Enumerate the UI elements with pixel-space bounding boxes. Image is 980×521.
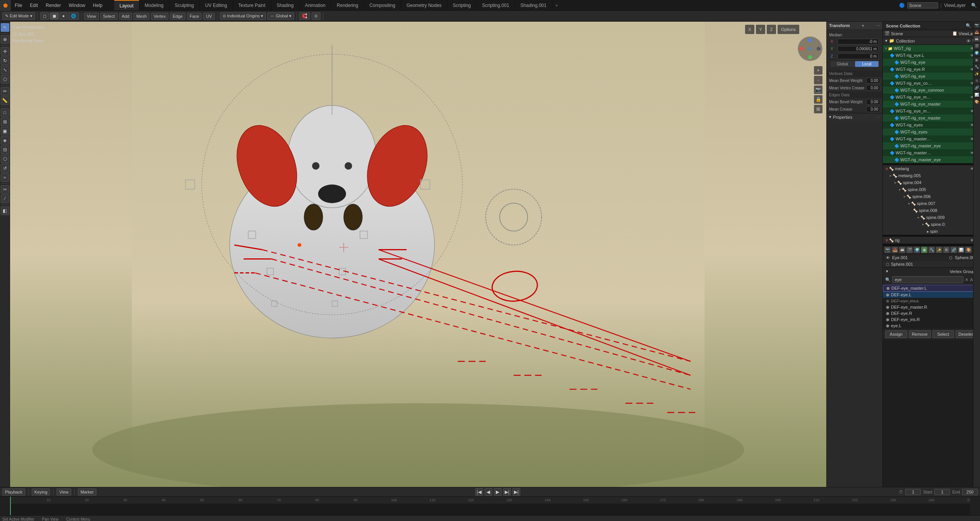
transform-options-icon[interactable]: ⋯	[876, 24, 880, 28]
menu-render[interactable]: Render	[42, 0, 65, 10]
mbw-vertex-value[interactable]: 0.00	[866, 78, 880, 84]
tree-wgt-common-sub[interactable]: 🔷 WGT-rig_eye_common	[883, 87, 980, 94]
mc-value[interactable]: 0.00	[866, 106, 880, 112]
sphere-mesh-label[interactable]: Sphere.001	[891, 262, 913, 266]
vg-search-input[interactable]	[892, 276, 963, 283]
smooth-btn[interactable]: ≈	[1, 173, 9, 182]
wireframe-btn[interactable]: ◻	[40, 12, 49, 20]
tree-wgt-rig[interactable]: ▾ 📁 WGT_rig 👁 📷	[883, 45, 980, 52]
vg-item-def-eye-l[interactable]: ⬢ DEF-eye.L ⚙	[883, 292, 980, 298]
proportional-btn[interactable]: ⊙	[312, 12, 320, 20]
tree-spine-009[interactable]: ▸ 🦴 spine.009	[883, 214, 980, 221]
material-properties-icon[interactable]: 🎨	[965, 247, 971, 253]
tab-compositing[interactable]: Compositing	[364, 0, 401, 10]
tree-wgt-eye-r[interactable]: 🔷 WGT-rig_eye.R 👁 📷	[883, 66, 980, 73]
viewport-3d[interactable]: User Perspective (1) Eye.001 Rendering D…	[10, 22, 826, 487]
vert-tab-output[interactable]: 📤	[973, 29, 980, 36]
view-menu-btn[interactable]: View	[84, 13, 99, 20]
tree-master-r[interactable]: 🔷 WGT-rig_eye_master.R 👁 📷	[883, 108, 980, 114]
mbw-edge-value[interactable]: 0.00	[866, 99, 880, 105]
tree-spine-004[interactable]: ▸ 🦴 spine.004	[883, 179, 980, 186]
playback-menu-btn[interactable]: Playback	[2, 489, 25, 495]
add-menu-btn[interactable]: Add	[119, 13, 132, 20]
spin-btn[interactable]: ↺	[1, 164, 9, 173]
end-frame-input[interactable]	[962, 489, 978, 495]
bevel-btn[interactable]: ◈	[1, 136, 9, 145]
collection-row[interactable]: ▾ 📁 Collection 👁 📷	[883, 37, 980, 45]
select-menu-btn[interactable]: Select	[100, 13, 118, 20]
tree-master-eye-l-sub[interactable]: 🔷 WGT-rig_master_eye	[883, 142, 980, 149]
vert-tab-render[interactable]: 📷	[973, 22, 980, 29]
add-workspace-btn[interactable]: +	[552, 0, 561, 10]
vert-tab-particles[interactable]: ✨	[973, 70, 980, 77]
tree-master-eye-l[interactable]: 🔷 WGT-rig_master_eye.L 👁 📷	[883, 135, 980, 142]
scale-tool-btn[interactable]: ⤡	[1, 66, 9, 74]
select-btn[interactable]: Select	[932, 330, 954, 338]
vg-item-def-eye-r[interactable]: ⬢ DEF-eye.R ⚙	[883, 310, 980, 316]
properties-header[interactable]: ▾ Properties ⋯	[827, 113, 882, 121]
tree-rig[interactable]: ✕ 🦴 rig 👁 📷	[883, 237, 980, 244]
vg-item-def-eye-iris-r[interactable]: ⬢ DEF-eye_iris.R ⚙	[883, 316, 980, 323]
axis-z-btn[interactable]: Z	[767, 25, 776, 34]
pivot-dropdown[interactable]: ⊙ Individual Origins ▾	[220, 12, 266, 20]
select-tool-btn[interactable]: ↖	[1, 23, 9, 32]
particles-properties-icon[interactable]: ✨	[936, 247, 942, 253]
extrude-btn[interactable]: ⊞	[1, 118, 9, 126]
timeline-playhead[interactable]	[10, 497, 11, 504]
uv-menu-btn[interactable]: UV	[203, 13, 214, 20]
vg-item-def-eye-iris-l[interactable]: ⬢ DEF-eye_iris.L ⚙	[883, 298, 980, 304]
tab-rendering[interactable]: Rendering	[331, 0, 364, 10]
measure-tool-btn[interactable]: 📏	[1, 96, 9, 105]
tab-scripting-001[interactable]: Scripting.001	[477, 0, 515, 10]
vg-item-def-eye-master-l[interactable]: ⬢ DEF-eye_master.L ⚙	[883, 285, 980, 292]
vert-tab-material[interactable]: 🎨	[973, 98, 980, 105]
add-cube-btn[interactable]: □	[1, 108, 9, 117]
tab-sculpting[interactable]: Sculpting	[170, 0, 200, 10]
tree-master-r-sub[interactable]: 🔷 WGT-rig_eye_master	[883, 114, 980, 121]
remove-btn[interactable]: Remove	[909, 330, 931, 338]
current-frame-input[interactable]	[905, 489, 921, 495]
tree-master-eye-r[interactable]: 🔷 WGT-rig_master_eye.R 👁 📷	[883, 149, 980, 156]
snap-btn[interactable]: 🧲	[299, 12, 310, 20]
eye-icon[interactable]: 👁	[966, 39, 971, 43]
world-properties-icon[interactable]: 🌍	[914, 247, 920, 253]
mvc-value[interactable]: 0.00	[866, 85, 880, 91]
camera-btn[interactable]: 📷	[814, 85, 822, 94]
tree-eyes[interactable]: 🔷 WGT-rig_eyes 👁 📷	[883, 121, 980, 128]
vg-item-def-eye-master-r[interactable]: ⬢ DEF-eye_master.R ⚙	[883, 304, 980, 310]
tab-uv-editing[interactable]: UV Editing	[200, 0, 233, 10]
local-btn[interactable]: Local	[855, 61, 879, 67]
axis-y-btn[interactable]: Y	[756, 25, 765, 34]
tree-metarig-header[interactable]: ✕ 🦴 metarig 👁 📷	[883, 165, 980, 172]
vg-item-eye-l[interactable]: ⬢ eye.L ⚙	[883, 323, 980, 329]
tab-texture-paint[interactable]: Texture Paint	[233, 0, 271, 10]
view-gizmo[interactable]: X Y Z	[798, 36, 822, 61]
vert-tab-scene[interactable]: 🎬	[973, 43, 980, 50]
start-frame-input[interactable]	[934, 489, 950, 495]
output-properties-icon[interactable]: 📤	[892, 247, 898, 253]
tree-master-eye-r-sub[interactable]: 🔷 WGT-rig_master_eye	[883, 156, 980, 163]
edge-menu-btn[interactable]: Edge	[170, 13, 185, 20]
vertex-groups-header[interactable]: ▾ Vertex Groups	[883, 268, 980, 275]
vert-tab-active[interactable]: 🏔	[973, 36, 980, 43]
vert-tab-constraints[interactable]: 🔗	[973, 84, 980, 91]
tree-eyes-sub[interactable]: 🔷 WGT-rig_eyes	[883, 128, 980, 135]
vert-tab-physics[interactable]: ⚙	[973, 77, 980, 84]
modifier-properties-icon[interactable]: 🔧	[929, 247, 935, 253]
play-btn[interactable]: ▶	[494, 488, 502, 496]
axis-x-btn[interactable]: X	[745, 25, 754, 34]
vertex-menu-btn[interactable]: Vertex	[151, 13, 168, 20]
tab-shading[interactable]: Shading	[271, 0, 300, 10]
vert-tab-object[interactable]: ▣	[973, 56, 980, 63]
options-btn[interactable]: Options	[778, 25, 799, 34]
move-tool-btn[interactable]: ✛	[1, 47, 9, 56]
tab-shading-001[interactable]: Shading.001	[515, 0, 552, 10]
filter-icon[interactable]: 🔍	[966, 23, 971, 28]
frame-all-btn[interactable]: ⊞	[814, 105, 822, 113]
lock-view-btn[interactable]: 🔒	[814, 95, 822, 104]
data-properties-icon[interactable]: 📊	[958, 247, 964, 253]
rotate-tool-btn[interactable]: ↻	[1, 56, 9, 65]
tree-spine-005[interactable]: ▸ 🦴 spine.005	[883, 186, 980, 193]
tree-wgt-eye-l[interactable]: 🔷 WGT-rig_eye.L 👁 📷	[883, 52, 980, 59]
jump-start-btn[interactable]: |◀	[475, 488, 483, 496]
